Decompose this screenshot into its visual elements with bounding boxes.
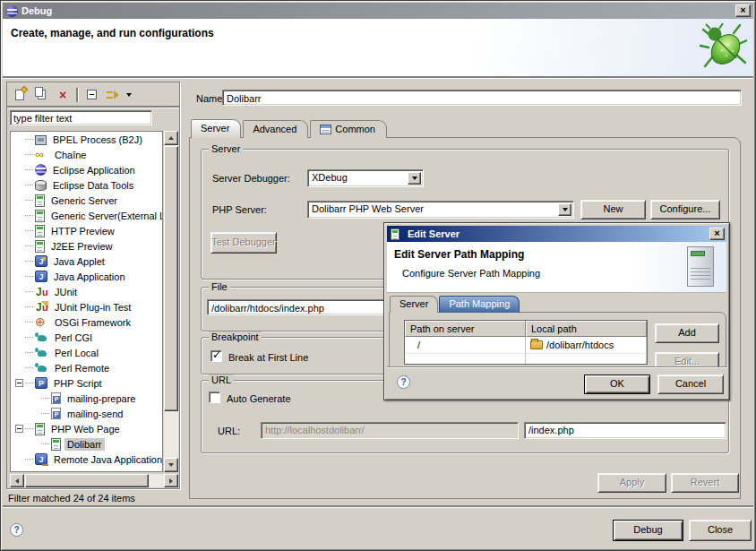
tree-item[interactable]: J2EE Preview [11,238,162,254]
break-first-line-label: Break at First Line [228,352,308,363]
server-tower-icon [687,246,714,287]
tree-item-label: Chaîne [52,149,89,161]
dialog-heading: Edit Server Path Mapping [394,248,524,261]
tree-item[interactable]: Eclipse Data Tools [11,177,162,193]
tree-guide [25,230,33,231]
tree-item[interactable]: Eclipse Application [11,162,162,177]
tree-item[interactable]: Java Application [11,269,162,284]
tree-item[interactable]: Remote Java Application [11,452,162,467]
url-base-input[interactable]: http://localhostdolibarr/ [261,422,519,439]
tree-guide [25,276,33,277]
url-path-input[interactable]: /index.php [524,422,726,439]
tree-item[interactable]: Generic Server(External La [11,208,162,223]
table-row[interactable]: //dolibarr/htdocs [405,337,647,353]
column-path-on-server[interactable]: Path on server [405,321,526,337]
collapse-expander-icon[interactable] [15,379,23,387]
collapse-expander-icon[interactable] [15,425,23,433]
tree-item[interactable]: OSGi Framework [11,314,162,330]
chevron-down-icon[interactable] [558,203,571,216]
server-debugger-label: Server Debugger: [212,173,290,184]
tree-item-label: Eclipse Data Tools [50,179,136,192]
server-icon [35,225,45,237]
tree-item-label: BPEL Process (B2J) [50,133,145,146]
chain-icon [35,149,48,161]
close-dialog-icon[interactable]: × [709,228,725,240]
tab-common[interactable]: Common [310,120,387,138]
dialog-subheading: Configure Server Path Mapping [402,268,540,279]
tree-item-label: Perl Local [52,347,101,359]
delete-icon[interactable]: × [52,86,73,104]
filter-menu-caret-icon[interactable] [124,86,134,104]
folder-icon [530,340,543,349]
scroll-up-icon[interactable] [164,131,178,145]
name-label: Name: [196,93,225,104]
tree-guide [25,169,33,170]
tree-item[interactable]: Perl Local [11,345,162,360]
new-server-button[interactable]: New [580,200,646,220]
add-mapping-button[interactable]: Add [655,323,719,343]
tree-item[interactable]: Dolibarr [11,436,162,452]
revert-button[interactable]: Revert [671,473,739,493]
tree-guide [25,245,33,246]
filter-status: Filter matched 24 of 24 items [8,493,135,504]
config-tabs: Server Advanced Common [191,119,389,138]
tree-guide [25,215,33,216]
dialog-tab-path-mapping[interactable]: Path Mapping [439,296,520,313]
help-icon[interactable]: ? [10,523,23,537]
toolbar-separator [76,88,78,102]
cancel-button[interactable]: Cancel [657,375,724,394]
scroll-right-icon[interactable] [164,474,178,487]
auto-generate-label: Auto Generate [227,393,291,404]
tree-item[interactable]: Chaîne [11,147,162,162]
name-input[interactable] [222,90,742,106]
collapse-all-icon[interactable] [81,86,102,104]
close-window-icon[interactable]: × [735,4,751,17]
tree-item[interactable]: Java Applet [11,254,162,269]
tree-item[interactable]: JUnit Plug-in Test [11,299,162,314]
ok-button[interactable]: OK [584,375,650,394]
new-config-icon[interactable] [9,86,30,104]
tree-item[interactable]: Perl Remote [11,360,162,375]
scroll-down-icon[interactable] [164,458,178,472]
local-path-text: /dolibarr/htdocs [546,340,614,350]
break-first-line-checkbox[interactable]: ✓ [210,350,222,362]
tree-item[interactable]: JUnit [11,284,162,299]
perl-icon [35,331,48,344]
tree-horizontal-scrollbar[interactable] [10,474,178,487]
filter-input[interactable] [10,110,152,125]
tree-guide [25,139,33,140]
tree-item[interactable]: BPEL Process (B2J) [11,132,162,147]
auto-generate-checkbox[interactable] [209,392,220,403]
tree-item[interactable]: PHP Web Page [11,421,162,436]
tree-item-label: J2EE Preview [48,240,115,253]
table-header: Path on server Local path [405,321,647,337]
tree-item[interactable]: HTTP Preview [11,223,162,238]
tree-item[interactable]: PHP Script [11,375,162,391]
hscroll-thumb[interactable] [25,474,149,487]
scroll-left-icon[interactable] [10,474,24,487]
debug-button[interactable]: Debug [613,520,683,541]
tree-item[interactable]: mailing-send [11,406,162,421]
column-local-path[interactable]: Local path [526,321,647,337]
server-icon [35,210,45,222]
tab-server[interactable]: Server [191,119,241,138]
tab-advanced[interactable]: Advanced [243,120,308,138]
dialog-tab-server[interactable]: Server [390,296,438,313]
duplicate-icon[interactable] [30,86,52,104]
test-debugger-button[interactable]: Test Debugger [210,232,277,254]
configure-server-button[interactable]: Configure... [650,200,720,220]
tree-item[interactable]: mailing-prepare [11,391,162,406]
php-server-select[interactable]: Dolibarr PHP Web Server [307,201,574,219]
tree-item[interactable]: Generic Server [11,193,162,208]
vscroll-thumb[interactable] [164,146,178,411]
tree-item[interactable]: Perl CGI [11,330,162,345]
server-debugger-select[interactable]: XDebug [307,169,424,187]
apply-button[interactable]: Apply [597,473,666,493]
dialog-help-icon[interactable]: ? [397,375,410,389]
tree-vertical-scrollbar[interactable] [164,131,178,472]
filter-icon[interactable] [102,86,124,104]
tree-guide [25,352,33,353]
chevron-down-icon[interactable] [408,172,421,185]
close-button[interactable]: Close [689,520,752,541]
tree-item-label: Generic Server(External La [48,210,163,222]
